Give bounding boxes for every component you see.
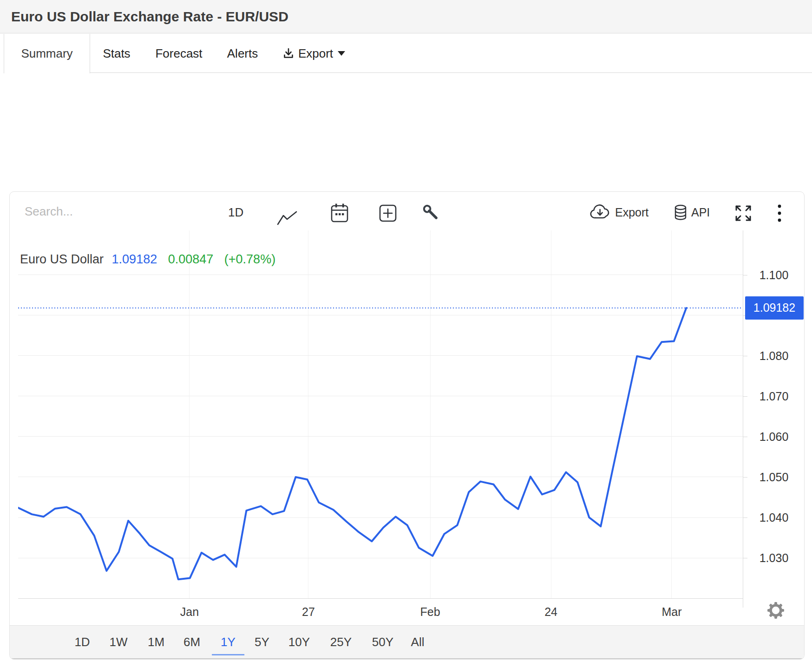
- range-button-label: 25Y: [330, 635, 352, 649]
- tab-label: Summary: [21, 46, 72, 61]
- line-chart-icon: [276, 210, 298, 226]
- range-button-5y[interactable]: 5Y: [255, 626, 269, 658]
- cloud-download-icon: [589, 204, 611, 221]
- calendar-icon: [330, 203, 349, 223]
- download-icon: [283, 47, 294, 59]
- calendar-button[interactable]: [330, 203, 349, 223]
- chart-legend: Euro US Dollar 1.09182 0.00847 (+0.78%): [20, 252, 275, 267]
- plus-box-icon: [378, 203, 398, 223]
- kebab-menu-icon: [777, 203, 782, 223]
- x-axis-label: Feb: [420, 605, 440, 619]
- range-button-label: 1W: [110, 635, 128, 649]
- y-axis-label: 1.030: [743, 551, 805, 565]
- x-axis-label: Jan: [180, 605, 199, 619]
- y-axis-label: 1.080: [743, 349, 805, 363]
- api-button[interactable]: API: [674, 204, 710, 221]
- chart-svg[interactable]: [18, 230, 743, 599]
- tab-label: Alerts: [227, 46, 258, 61]
- range-button-all[interactable]: All: [411, 626, 425, 658]
- export-chart-button[interactable]: Export: [589, 204, 648, 221]
- interval-button[interactable]: 1D: [228, 205, 243, 220]
- range-selector: 1D1W1M6M1Y5Y10Y25Y50YAll: [10, 625, 804, 659]
- range-button-label: All: [411, 635, 425, 649]
- y-axis-label: 1.100: [743, 268, 805, 282]
- range-button-label: 50Y: [372, 635, 393, 649]
- y-axis-label: 1.070: [743, 390, 805, 403]
- fullscreen-button[interactable]: [734, 204, 752, 222]
- settings-tools-button[interactable]: [423, 204, 439, 221]
- legend-change: 0.00847: [168, 252, 214, 266]
- x-axis-label: 24: [544, 605, 557, 619]
- tab-summary[interactable]: Summary: [4, 34, 90, 73]
- price-axis[interactable]: 1.09182 1.1001.0801.0701.0601.0501.0401.…: [743, 230, 805, 608]
- expand-arrows-icon: [734, 204, 752, 222]
- y-axis-label: 1.050: [743, 471, 805, 484]
- x-axis-label: Mar: [661, 605, 681, 619]
- chart-panel: 1D: [9, 191, 805, 660]
- compare-add-button[interactable]: [378, 203, 398, 223]
- range-button-label: 1D: [74, 635, 90, 649]
- gear-icon: [767, 613, 785, 621]
- active-range-underline: [212, 654, 244, 655]
- line-chart-type-button[interactable]: [276, 210, 298, 226]
- range-button-label: 5Y: [255, 635, 269, 649]
- tab-label: Forecast: [155, 46, 202, 61]
- current-price-badge: 1.09182: [745, 296, 804, 320]
- legend-change-pct: (+0.78%): [224, 252, 275, 266]
- axis-settings-button[interactable]: [767, 602, 785, 621]
- tab-bar: SummaryStatsForecastAlertsExport: [0, 34, 812, 73]
- range-button-label: 10Y: [288, 635, 310, 649]
- y-axis-label: 1.060: [743, 430, 805, 444]
- database-icon: [674, 204, 687, 221]
- range-button-label: 1M: [148, 635, 164, 649]
- range-button-25y[interactable]: 25Y: [330, 626, 352, 658]
- range-button-label: 6M: [183, 635, 200, 649]
- gear-teeth: [767, 602, 784, 619]
- x-axis-label: 27: [302, 605, 315, 619]
- tab-alerts[interactable]: Alerts: [210, 34, 275, 73]
- wrench-icon: [423, 204, 439, 221]
- range-button-1d[interactable]: 1D: [74, 626, 90, 658]
- caret-down-icon: [338, 51, 345, 56]
- legend-price: 1.09182: [112, 252, 157, 266]
- range-button-label: 1Y: [221, 635, 236, 649]
- range-button-6m[interactable]: 6M: [183, 626, 200, 658]
- range-button-50y[interactable]: 50Y: [372, 626, 393, 658]
- range-button-1m[interactable]: 1M: [148, 626, 164, 658]
- tab-export[interactable]: Export: [278, 34, 350, 73]
- time-axis[interactable]: Jan27Feb24Mar: [18, 605, 743, 620]
- tab-label: Stats: [103, 46, 130, 61]
- tab-stats[interactable]: Stats: [84, 34, 149, 73]
- range-button-1y[interactable]: 1Y: [221, 626, 236, 658]
- search-input[interactable]: [24, 204, 146, 219]
- tab-label: Export: [298, 46, 333, 61]
- more-menu-button[interactable]: [777, 203, 782, 223]
- price-series-line: [18, 308, 686, 579]
- y-axis-label: 1.040: [743, 511, 805, 524]
- range-button-1w[interactable]: 1W: [110, 626, 128, 658]
- legend-series-name: Euro US Dollar: [20, 252, 104, 266]
- chart-toolbar: 1D: [10, 192, 804, 235]
- page-title: Euro US Dollar Exchange Rate - EUR/USD: [0, 0, 812, 33]
- title-bar: Euro US Dollar Exchange Rate - EUR/USD: [0, 0, 812, 33]
- tab-forecast[interactable]: Forecast: [146, 34, 211, 73]
- range-button-10y[interactable]: 10Y: [288, 626, 310, 658]
